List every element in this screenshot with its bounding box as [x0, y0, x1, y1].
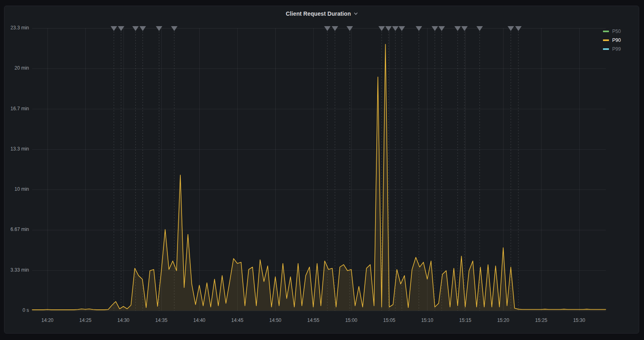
legend-label: P50 — [612, 29, 621, 34]
x-axis-tick-label: 15:00 — [345, 317, 357, 323]
panel-title[interactable]: Client Request Duration — [286, 10, 351, 17]
legend-item-p50[interactable]: P50 — [603, 29, 621, 34]
legend-swatch-icon — [603, 39, 609, 41]
legend-label: P90 — [612, 37, 621, 43]
x-axis-tick-label: 14:30 — [117, 317, 129, 323]
y-axis-tick-label: 13.3 min — [0, 146, 29, 152]
legend-item-p99[interactable]: P99 — [603, 46, 621, 52]
y-axis-tick-label: 0 s — [0, 307, 29, 313]
x-axis-tick-label: 15:30 — [573, 317, 585, 323]
legend-item-p90[interactable]: P90 — [603, 37, 621, 43]
x-axis-tick-label: 15:05 — [383, 317, 395, 323]
time-series-chart[interactable] — [0, 0, 644, 340]
y-axis-tick-label: 10 min — [0, 186, 29, 192]
y-axis-tick-label: 6.67 min — [0, 227, 29, 232]
x-axis-tick-label: 14:35 — [155, 317, 167, 323]
x-axis-tick-label: 14:45 — [231, 317, 244, 323]
y-axis-tick-label: 3.33 min — [0, 267, 29, 273]
p90-series-line — [32, 44, 606, 310]
chevron-down-icon — [353, 11, 358, 16]
x-axis-tick-label: 15:20 — [497, 317, 509, 323]
x-axis-tick-label: 14:50 — [269, 317, 281, 323]
x-axis-tick-label: 15:25 — [535, 317, 547, 323]
y-axis-tick-label: 23.3 min — [0, 25, 29, 31]
dashboard: Client Request Duration 0 s3.33 min6.67 … — [0, 0, 644, 340]
panel-header[interactable]: Client Request Duration — [4, 7, 640, 20]
x-axis-tick-label: 15:15 — [459, 317, 471, 323]
legend-label: P99 — [612, 46, 621, 52]
y-axis-tick-label: 20 min — [0, 65, 29, 71]
x-axis-tick-label: 14:20 — [41, 317, 54, 323]
x-axis-tick-label: 14:55 — [307, 317, 319, 323]
legend-swatch-icon — [603, 48, 609, 50]
y-axis-tick-label: 16.7 min — [0, 106, 29, 111]
x-axis-tick-label: 15:10 — [421, 317, 433, 323]
legend: P50P90P99 — [603, 29, 621, 52]
legend-swatch-icon — [603, 31, 609, 32]
grid — [32, 28, 606, 311]
x-axis-tick-label: 14:25 — [79, 317, 91, 323]
x-axis-tick-label: 14:40 — [193, 317, 205, 323]
